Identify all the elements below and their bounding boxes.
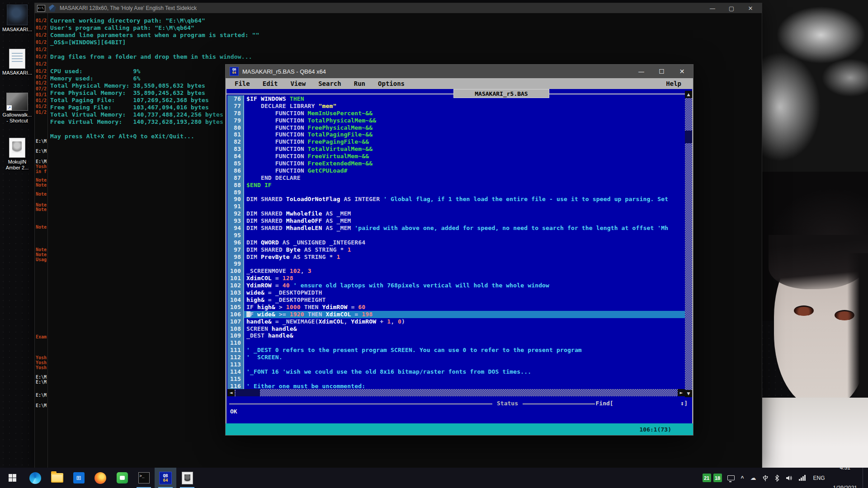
clock[interactable]: 4:31 1/29/2021 — [833, 451, 857, 488]
menu-item-options[interactable]: Options — [374, 79, 408, 88]
qb64-close-button[interactable]: ✕ — [672, 65, 692, 78]
code-line[interactable]: 113 — [227, 361, 685, 368]
code-line[interactable]: 110 — [227, 339, 685, 347]
clock-date: 1/29/2021 — [833, 485, 857, 488]
code-line[interactable]: 90DIM SHARED ToLoadOrNotFlag AS INTEGER … — [227, 196, 685, 203]
console-titlebar[interactable]: c:\ MASAKARI 128x60, The 'Holy Axe' Engl… — [35, 3, 762, 13]
network-icon[interactable] — [799, 475, 806, 481]
code-line[interactable]: 98DIM PrevByte AS STRING * 1 — [227, 253, 685, 261]
code-line[interactable]: 87 END DECLARE — [227, 174, 685, 182]
qb64-titlebar[interactable]: QB64 MASAKARI_r5.BAS - QB64 x64 — ☐ ✕ — [226, 65, 693, 78]
code-line[interactable]: 81 FUNCTION TotalPagingFile~&& — [227, 131, 685, 138]
bluetooth-icon[interactable] — [774, 474, 779, 482]
taskbar-app-store[interactable]: ⊞ — [68, 468, 90, 488]
taskbar-app-qb64[interactable]: QB64 — [155, 468, 176, 488]
code-line[interactable]: 112' SCREEN. — [227, 354, 685, 361]
code-line[interactable]: 100_SCREENMOVE 102, 3 — [227, 267, 685, 275]
code-line[interactable]: 105IF high& > 1000 THEN YdimROW = 60 — [227, 304, 685, 311]
edge-icon — [29, 472, 41, 484]
code-line[interactable]: 92DIM SHARED Mwholefile AS _MEM — [227, 210, 685, 217]
menu-item-run[interactable]: Run — [350, 79, 369, 88]
console-line: Current working directory path: "E:\M\qb… — [50, 17, 760, 24]
code-line[interactable]: 76$IF WINDOWS THEN — [227, 95, 685, 103]
code-line[interactable]: 108SCREEN handle& — [227, 325, 685, 333]
hidden-icons-caret-icon[interactable]: ^ — [741, 475, 744, 481]
scroll-right-icon[interactable]: ► — [678, 389, 685, 396]
code-line[interactable]: 114'_FONT 16 'wish we could use the old … — [227, 368, 685, 375]
tray-badge-21[interactable]: 21 — [703, 474, 711, 482]
menu-item-search[interactable]: Search — [315, 79, 345, 88]
desktop-icon-3[interactable]: ↗Gallowwalk... - Shortcut — [3, 93, 32, 124]
language-indicator[interactable]: ENG — [813, 475, 825, 481]
code-line[interactable]: 89 — [227, 189, 685, 196]
menu-item-view[interactable]: View — [287, 79, 309, 88]
code-line[interactable]: 77 DECLARE LIBRARY "mem" — [227, 103, 685, 110]
code-token: YdimROW — [246, 282, 272, 289]
code-line[interactable]: 95 — [227, 232, 685, 239]
usb-icon[interactable] — [763, 474, 768, 482]
code-line[interactable]: 94DIM SHARED MhandleLEN AS _MEM 'paired … — [227, 225, 685, 232]
desktop-icon-2[interactable]: MASAKARI... — [3, 49, 32, 76]
console-close-button[interactable]: ✕ — [741, 3, 760, 13]
code-line[interactable]: 88$END IF — [227, 182, 685, 189]
monitor-icon[interactable] — [727, 475, 735, 480]
code-token: = _DESKTOPWIDTH — [264, 289, 322, 296]
speaker-icon[interactable] — [786, 475, 793, 481]
taskbar-app-command-prompt[interactable]: >_ — [133, 468, 155, 488]
qb64-minimize-button[interactable]: — — [631, 65, 651, 78]
code-line[interactable]: 96DIM QWORD AS _UNSIGNED _INTEGER64 — [227, 239, 685, 246]
code-editor[interactable]: MASAKARI_r5.BAS 76$IF WINDOWS THEN77 DEC… — [226, 89, 693, 423]
code-line[interactable]: 79 FUNCTION TotalPhysicalMem~&& — [227, 117, 685, 124]
code-line[interactable]: 82 FUNCTION FreePagingFile~&& — [227, 138, 685, 145]
code-line[interactable]: 107handle& = _NEWIMAGE(XdimCOL, YdimROW … — [227, 318, 685, 325]
code-line[interactable]: 91 — [227, 203, 685, 210]
qb64-window-title: MASAKARI_r5.BAS - QB64 x64 — [242, 68, 326, 75]
scroll-down-icon[interactable]: ▼ — [685, 390, 692, 397]
menu-item-edit[interactable]: Edit — [259, 79, 282, 88]
console-minimize-button[interactable]: — — [703, 3, 722, 13]
code-line[interactable]: 84 FUNCTION FreeVirtualMem~&& — [227, 153, 685, 160]
desktop-icon-1[interactable]: MASAKARI... — [3, 5, 32, 33]
code-line[interactable]: 86 FUNCTION GetCPULoad# — [227, 167, 685, 174]
scroll-up-icon[interactable]: ▲ — [685, 91, 692, 98]
code-line[interactable]: 109_DEST handle& — [227, 332, 685, 339]
scroll-left-icon[interactable]: ◄ — [227, 389, 235, 396]
horizontal-scroll-thumb[interactable] — [236, 389, 260, 396]
taskbar-app-file-explorer[interactable] — [46, 468, 68, 488]
taskbar-app-green-app[interactable] — [111, 468, 133, 488]
code-line[interactable]: 85 FUNCTION FreeExtendedMem~&& — [227, 160, 685, 167]
qb64-maximize-button[interactable]: ☐ — [651, 65, 672, 78]
tray-badge-18[interactable]: 18 — [713, 474, 722, 482]
vertical-scroll-thumb[interactable] — [685, 131, 692, 143]
code-line[interactable]: 106IF wide& >= 1920 THEN XdimCOL = 198 — [227, 311, 685, 318]
code-area[interactable]: 76$IF WINDOWS THEN77 DECLARE LIBRARY "me… — [227, 95, 685, 390]
taskbar-app-firefox[interactable] — [90, 468, 111, 488]
taskbar-app-edge[interactable] — [24, 468, 46, 488]
code-line[interactable]: 111' _DEST 0 refers to the present progr… — [227, 347, 685, 354]
code-line[interactable]: 80 FUNCTION FreePhysicalMem~&& — [227, 124, 685, 131]
code-line[interactable]: 93DIM SHARED MhandleOFF AS _MEM — [227, 217, 685, 225]
code-line[interactable]: 99 — [227, 260, 685, 267]
horizontal-scrollbar[interactable]: ◄ ► — [227, 389, 685, 396]
code-line[interactable]: 78 FUNCTION MemInUsePercent~&& — [227, 110, 685, 117]
desktop-icon-4[interactable]: MokujIN Amber 2... — [3, 138, 32, 171]
menu-item-file[interactable]: File — [231, 79, 254, 88]
taskbar-app-image-tool[interactable] — [176, 468, 198, 488]
code-line[interactable]: 115 — [227, 375, 685, 383]
vertical-scrollbar[interactable]: ▲ ▼ — [685, 91, 692, 397]
background-console-text: Yosh — [36, 164, 47, 169]
code-line[interactable]: 103wide& = _DESKTOPWIDTH — [227, 289, 685, 296]
quick-find-box[interactable]: Find[ ↕] — [595, 400, 689, 407]
console-maximize-button[interactable]: ▢ — [722, 3, 741, 13]
start-button[interactable] — [0, 468, 24, 488]
status-pane-label[interactable]: Status — [492, 400, 523, 407]
cloud-icon[interactable]: ☁ — [750, 474, 756, 481]
code-line[interactable]: 83 FUNCTION TotalVirtualMem~&& — [227, 145, 685, 153]
code-line[interactable]: 102YdimROW = 40 ' ensure old laptops wit… — [227, 282, 685, 289]
code-line[interactable]: 104high& = _DESKTOPHEIGHT — [227, 296, 685, 304]
background-console-text: Yosh — [36, 365, 47, 370]
menu-item-help[interactable]: Help — [662, 79, 685, 88]
code-line[interactable]: 101XdimCOL = 128 — [227, 275, 685, 282]
code-line[interactable]: 97DIM SHARED Byte AS STRING * 1 — [227, 246, 685, 253]
show-desktop-button[interactable] — [863, 468, 866, 488]
